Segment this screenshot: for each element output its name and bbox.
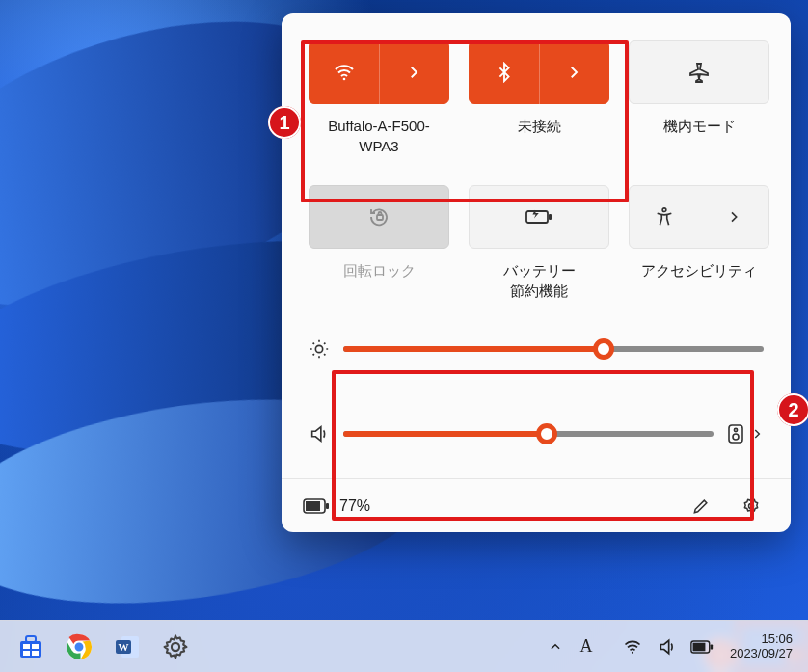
svg-point-4 xyxy=(662,208,666,212)
volume-slider[interactable] xyxy=(343,431,714,437)
ime-icon: A xyxy=(579,636,592,657)
tray-ime-button[interactable]: A xyxy=(572,626,601,668)
airplane-mode-tile-label: 機内モード xyxy=(663,116,736,154)
edit-quick-settings-button[interactable] xyxy=(683,488,719,524)
chevron-right-icon xyxy=(726,209,741,225)
battery-icon xyxy=(690,640,714,654)
accessibility-tile[interactable] xyxy=(629,185,769,249)
svg-rect-15 xyxy=(23,644,30,649)
clock-date: 2023/09/27 xyxy=(730,647,793,661)
svg-rect-28 xyxy=(710,644,713,649)
svg-rect-18 xyxy=(32,651,39,656)
battery-status[interactable]: 77% xyxy=(303,497,370,515)
gear-icon xyxy=(741,497,761,516)
svg-rect-16 xyxy=(32,644,39,649)
svg-rect-29 xyxy=(692,642,705,651)
svg-point-5 xyxy=(315,345,322,352)
rotation-lock-tile-label: 回転ロック xyxy=(343,260,416,299)
battery-icon xyxy=(303,498,330,514)
brightness-slider[interactable] xyxy=(343,346,764,352)
wifi-icon xyxy=(623,637,642,657)
audio-output-icon[interactable] xyxy=(727,423,744,444)
svg-rect-14 xyxy=(26,636,36,642)
svg-rect-3 xyxy=(549,214,552,220)
svg-point-12 xyxy=(749,503,754,508)
wifi-tile-label: Buffalo-A-F500- WPA3 xyxy=(328,116,430,156)
bluetooth-icon xyxy=(494,62,515,83)
quick-settings-row-2: 回転ロック バッテリー 節約機能 xyxy=(309,185,764,301)
volume-icon xyxy=(309,423,330,444)
wifi-toggle[interactable] xyxy=(310,41,379,103)
svg-point-8 xyxy=(733,434,739,440)
svg-point-26 xyxy=(632,651,633,653)
tray-volume-button[interactable] xyxy=(651,626,684,668)
pencil-icon xyxy=(691,497,711,516)
system-tray: A 15:06 2023/09/27 xyxy=(541,626,798,668)
taskbar-chrome-button[interactable] xyxy=(58,626,100,668)
bluetooth-tile[interactable] xyxy=(469,40,609,104)
rotation-lock-icon xyxy=(367,205,391,228)
airplane-icon xyxy=(687,61,711,84)
quick-settings-row-1: Buffalo-A-F500- WPA3 xyxy=(309,40,764,156)
airplane-mode-tile[interactable] xyxy=(629,40,769,104)
tray-battery-button[interactable] xyxy=(686,626,718,668)
taskbar-word-button[interactable]: W xyxy=(106,626,148,668)
taskbar-settings-button[interactable] xyxy=(154,626,197,668)
word-icon: W xyxy=(113,632,142,661)
svg-point-7 xyxy=(734,428,737,431)
wifi-tile[interactable] xyxy=(309,40,449,104)
bluetooth-expand[interactable] xyxy=(540,41,609,103)
taskbar-store-button[interactable] xyxy=(10,626,52,668)
svg-rect-1 xyxy=(377,215,383,220)
chevron-right-icon[interactable] xyxy=(750,427,764,441)
chevron-right-icon xyxy=(405,64,422,81)
volume-icon xyxy=(658,637,677,657)
open-settings-button[interactable] xyxy=(733,488,769,524)
svg-rect-17 xyxy=(23,651,30,656)
chevron-right-icon xyxy=(565,64,582,81)
accessibility-toggle[interactable] xyxy=(630,186,699,248)
battery-percent-label: 77% xyxy=(339,497,370,515)
tray-wifi-button[interactable] xyxy=(616,626,649,668)
battery-saver-icon xyxy=(525,206,553,228)
battery-saver-tile-label: バッテリー 節約機能 xyxy=(503,260,576,301)
sliders-section xyxy=(309,328,764,455)
brightness-row xyxy=(309,328,764,370)
svg-rect-10 xyxy=(326,503,329,509)
svg-point-0 xyxy=(342,78,345,81)
bluetooth-tile-label: 未接続 xyxy=(518,116,561,154)
taskbar: W A 15:06 2023/09/27 xyxy=(0,620,808,672)
tray-overflow-button[interactable] xyxy=(541,626,570,668)
wifi-expand[interactable] xyxy=(380,41,449,103)
quick-settings-footer: 77% xyxy=(282,478,791,532)
brightness-icon xyxy=(309,338,330,360)
volume-row xyxy=(309,413,764,455)
svg-text:W: W xyxy=(119,641,129,653)
store-icon xyxy=(16,632,45,661)
accessibility-tile-label: アクセシビリティ xyxy=(641,260,757,299)
accessibility-expand[interactable] xyxy=(699,186,768,248)
chevron-up-icon xyxy=(549,640,562,654)
accessibility-icon xyxy=(654,206,675,228)
gear-icon xyxy=(162,633,189,660)
clock-time: 15:06 xyxy=(730,632,793,647)
battery-saver-tile[interactable] xyxy=(469,185,609,249)
tray-clock[interactable]: 15:06 2023/09/27 xyxy=(730,632,793,661)
quick-settings-panel: Buffalo-A-F500- WPA3 xyxy=(282,13,791,532)
bluetooth-toggle[interactable] xyxy=(470,41,539,103)
rotation-lock-tile xyxy=(309,185,449,249)
svg-point-25 xyxy=(172,642,179,650)
svg-rect-2 xyxy=(526,211,548,223)
wifi-icon xyxy=(333,61,356,84)
svg-rect-11 xyxy=(306,501,320,511)
chrome-icon xyxy=(65,632,94,661)
